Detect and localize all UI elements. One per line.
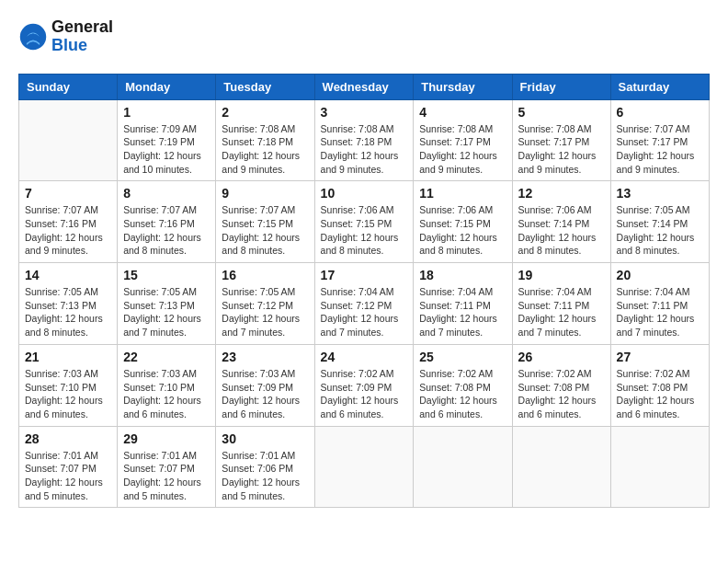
calendar-cell: 30Sunrise: 7:01 AM Sunset: 7:06 PM Dayli… bbox=[216, 426, 314, 508]
day-number: 14 bbox=[25, 268, 111, 282]
calendar-cell: 7Sunrise: 7:07 AM Sunset: 7:16 PM Daylig… bbox=[19, 181, 118, 263]
calendar-cell: 13Sunrise: 7:05 AM Sunset: 7:14 PM Dayli… bbox=[610, 181, 709, 263]
calendar-cell: 29Sunrise: 7:01 AM Sunset: 7:07 PM Dayli… bbox=[118, 426, 216, 508]
cell-info: Sunrise: 7:02 AM Sunset: 7:08 PM Dayligh… bbox=[419, 367, 506, 421]
cell-info: Sunrise: 7:04 AM Sunset: 7:11 PM Dayligh… bbox=[518, 285, 605, 339]
cell-info: Sunrise: 7:01 AM Sunset: 7:07 PM Dayligh… bbox=[25, 449, 111, 503]
day-number: 9 bbox=[222, 186, 308, 201]
day-number: 1 bbox=[123, 105, 210, 120]
cell-info: Sunrise: 7:01 AM Sunset: 7:06 PM Dayligh… bbox=[222, 449, 308, 503]
day-number: 30 bbox=[222, 431, 308, 446]
day-number: 15 bbox=[123, 268, 210, 282]
cell-info: Sunrise: 7:04 AM Sunset: 7:11 PM Dayligh… bbox=[617, 285, 703, 339]
day-number: 25 bbox=[419, 350, 506, 364]
day-number: 4 bbox=[419, 105, 506, 120]
calendar-cell: 1Sunrise: 7:09 AM Sunset: 7:19 PM Daylig… bbox=[118, 99, 216, 181]
week-row-2: 7Sunrise: 7:07 AM Sunset: 7:16 PM Daylig… bbox=[19, 181, 710, 263]
header-saturday: Saturday bbox=[610, 74, 709, 99]
day-number: 8 bbox=[123, 186, 210, 201]
cell-info: Sunrise: 7:03 AM Sunset: 7:10 PM Dayligh… bbox=[123, 367, 210, 421]
header-monday: Monday bbox=[118, 74, 216, 99]
cell-info: Sunrise: 7:04 AM Sunset: 7:11 PM Dayligh… bbox=[419, 285, 506, 339]
calendar-cell bbox=[314, 426, 414, 508]
cell-info: Sunrise: 7:08 AM Sunset: 7:17 PM Dayligh… bbox=[419, 122, 506, 177]
header-sunday: Sunday bbox=[19, 74, 118, 99]
cell-info: Sunrise: 7:08 AM Sunset: 7:18 PM Dayligh… bbox=[321, 122, 408, 177]
calendar-cell: 18Sunrise: 7:04 AM Sunset: 7:11 PM Dayli… bbox=[414, 263, 512, 345]
cell-info: Sunrise: 7:08 AM Sunset: 7:18 PM Dayligh… bbox=[222, 122, 308, 177]
header-friday: Friday bbox=[512, 74, 610, 99]
calendar-cell: 8Sunrise: 7:07 AM Sunset: 7:16 PM Daylig… bbox=[118, 181, 216, 263]
week-row-4: 21Sunrise: 7:03 AM Sunset: 7:10 PM Dayli… bbox=[19, 344, 710, 426]
logo-general: General bbox=[51, 17, 113, 36]
cell-info: Sunrise: 7:08 AM Sunset: 7:17 PM Dayligh… bbox=[518, 122, 605, 177]
cell-info: Sunrise: 7:07 AM Sunset: 7:17 PM Dayligh… bbox=[617, 122, 703, 177]
cell-info: Sunrise: 7:04 AM Sunset: 7:12 PM Dayligh… bbox=[321, 285, 408, 339]
calendar-cell bbox=[512, 426, 610, 508]
calendar-cell bbox=[414, 426, 512, 508]
day-number: 29 bbox=[123, 431, 210, 446]
day-number: 2 bbox=[222, 105, 308, 120]
week-row-5: 28Sunrise: 7:01 AM Sunset: 7:07 PM Dayli… bbox=[19, 426, 710, 508]
calendar-cell: 3Sunrise: 7:08 AM Sunset: 7:18 PM Daylig… bbox=[314, 99, 414, 181]
day-number: 6 bbox=[617, 105, 703, 120]
calendar-cell: 2Sunrise: 7:08 AM Sunset: 7:18 PM Daylig… bbox=[216, 99, 314, 181]
calendar-cell: 14Sunrise: 7:05 AM Sunset: 7:13 PM Dayli… bbox=[19, 263, 118, 345]
cell-info: Sunrise: 7:07 AM Sunset: 7:16 PM Dayligh… bbox=[123, 203, 210, 258]
cell-info: Sunrise: 7:02 AM Sunset: 7:08 PM Dayligh… bbox=[617, 367, 703, 421]
calendar-cell: 10Sunrise: 7:06 AM Sunset: 7:15 PM Dayli… bbox=[314, 181, 414, 263]
header-thursday: Thursday bbox=[414, 74, 512, 99]
calendar-body: 1Sunrise: 7:09 AM Sunset: 7:19 PM Daylig… bbox=[19, 99, 710, 508]
cell-info: Sunrise: 7:05 AM Sunset: 7:13 PM Dayligh… bbox=[123, 285, 210, 339]
calendar-header: SundayMondayTuesdayWednesdayThursdayFrid… bbox=[19, 74, 710, 99]
cell-info: Sunrise: 7:06 AM Sunset: 7:15 PM Dayligh… bbox=[419, 203, 506, 258]
header-tuesday: Tuesday bbox=[216, 74, 314, 99]
week-row-1: 1Sunrise: 7:09 AM Sunset: 7:19 PM Daylig… bbox=[19, 99, 710, 181]
calendar-cell: 19Sunrise: 7:04 AM Sunset: 7:11 PM Dayli… bbox=[512, 263, 610, 345]
week-row-3: 14Sunrise: 7:05 AM Sunset: 7:13 PM Dayli… bbox=[19, 263, 710, 345]
calendar-cell: 4Sunrise: 7:08 AM Sunset: 7:17 PM Daylig… bbox=[414, 99, 512, 181]
day-number: 17 bbox=[321, 268, 408, 282]
day-number: 10 bbox=[321, 186, 408, 201]
cell-info: Sunrise: 7:07 AM Sunset: 7:15 PM Dayligh… bbox=[222, 203, 308, 258]
day-number: 16 bbox=[222, 268, 308, 282]
day-number: 28 bbox=[25, 431, 111, 446]
day-number: 18 bbox=[419, 268, 506, 282]
cell-info: Sunrise: 7:03 AM Sunset: 7:10 PM Dayligh… bbox=[25, 367, 111, 421]
calendar-cell: 20Sunrise: 7:04 AM Sunset: 7:11 PM Dayli… bbox=[610, 263, 709, 345]
calendar-cell: 17Sunrise: 7:04 AM Sunset: 7:12 PM Dayli… bbox=[314, 263, 414, 345]
calendar-cell: 11Sunrise: 7:06 AM Sunset: 7:15 PM Dayli… bbox=[414, 181, 512, 263]
day-number: 13 bbox=[617, 186, 703, 201]
cell-info: Sunrise: 7:06 AM Sunset: 7:14 PM Dayligh… bbox=[518, 203, 605, 258]
day-number: 26 bbox=[518, 350, 605, 364]
cell-info: Sunrise: 7:06 AM Sunset: 7:15 PM Dayligh… bbox=[321, 203, 408, 258]
day-number: 7 bbox=[25, 186, 111, 201]
day-number: 20 bbox=[617, 268, 703, 282]
calendar-cell bbox=[19, 99, 118, 181]
calendar-cell: 24Sunrise: 7:02 AM Sunset: 7:09 PM Dayli… bbox=[314, 344, 414, 426]
calendar-table: SundayMondayTuesdayWednesdayThursdayFrid… bbox=[18, 74, 710, 509]
day-number: 23 bbox=[222, 350, 308, 364]
cell-info: Sunrise: 7:02 AM Sunset: 7:09 PM Dayligh… bbox=[321, 367, 408, 421]
day-number: 21 bbox=[25, 350, 111, 364]
day-number: 3 bbox=[321, 105, 408, 120]
header-wednesday: Wednesday bbox=[314, 74, 414, 99]
day-number: 27 bbox=[617, 350, 703, 364]
day-number: 24 bbox=[321, 350, 408, 364]
calendar-cell: 16Sunrise: 7:05 AM Sunset: 7:12 PM Dayli… bbox=[216, 263, 314, 345]
cell-info: Sunrise: 7:05 AM Sunset: 7:13 PM Dayligh… bbox=[25, 285, 111, 339]
cell-info: Sunrise: 7:07 AM Sunset: 7:16 PM Dayligh… bbox=[25, 203, 111, 258]
calendar-cell: 26Sunrise: 7:02 AM Sunset: 7:08 PM Dayli… bbox=[512, 344, 610, 426]
logo-blue: Blue bbox=[51, 36, 87, 54]
cell-info: Sunrise: 7:09 AM Sunset: 7:19 PM Dayligh… bbox=[123, 122, 210, 177]
calendar-cell: 25Sunrise: 7:02 AM Sunset: 7:08 PM Dayli… bbox=[414, 344, 512, 426]
logo: General Blue bbox=[18, 18, 113, 55]
calendar-cell: 23Sunrise: 7:03 AM Sunset: 7:09 PM Dayli… bbox=[216, 344, 314, 426]
day-number: 12 bbox=[518, 186, 605, 201]
calendar-cell: 6Sunrise: 7:07 AM Sunset: 7:17 PM Daylig… bbox=[610, 99, 709, 181]
calendar-cell: 28Sunrise: 7:01 AM Sunset: 7:07 PM Dayli… bbox=[19, 426, 118, 508]
calendar-cell: 22Sunrise: 7:03 AM Sunset: 7:10 PM Dayli… bbox=[118, 344, 216, 426]
day-number: 22 bbox=[123, 350, 210, 364]
calendar-cell: 12Sunrise: 7:06 AM Sunset: 7:14 PM Dayli… bbox=[512, 181, 610, 263]
day-number: 11 bbox=[419, 186, 506, 201]
